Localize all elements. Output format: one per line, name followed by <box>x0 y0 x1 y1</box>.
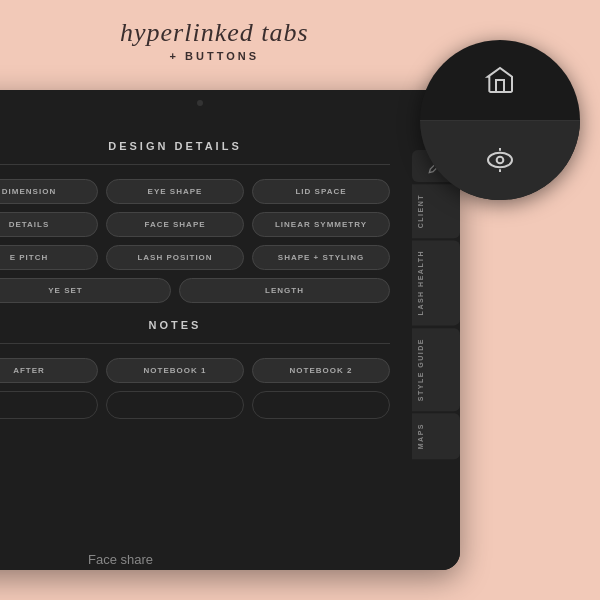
magnify-circle <box>420 40 580 200</box>
title-handwritten: hyperlinked tabs <box>120 18 309 48</box>
btn-lid-space[interactable]: LID SPACE <box>252 179 390 204</box>
side-tab-client[interactable]: CLIENT <box>412 184 460 238</box>
btn-after[interactable]: AFTER <box>0 358 98 383</box>
divider-1 <box>0 164 390 165</box>
button-row-3: E PITCH LASH POSITION SHAPE + STYLING <box>0 245 390 270</box>
title-subtitle: + BUTTONS <box>120 50 309 62</box>
btn-shape-styling[interactable]: SHAPE + STYLING <box>252 245 390 270</box>
button-row-4: YE SET LENGTH <box>0 278 390 303</box>
btn-eye-shape[interactable]: EYE SHAPE <box>106 179 244 204</box>
svg-point-0 <box>488 153 512 168</box>
notes-row-1: AFTER NOTEBOOK 1 NOTEBOOK 2 <box>0 358 390 383</box>
content-area: DESIGN DETAILS DIMENSION EYE SHAPE LID S… <box>0 120 410 570</box>
btn-notebook1[interactable]: NOTEBOOK 1 <box>106 358 244 383</box>
side-tab-maps[interactable]: MAPS <box>412 413 460 459</box>
tablet-screen: DESIGN DETAILS DIMENSION EYE SHAPE LID S… <box>0 90 460 570</box>
svg-point-1 <box>497 157 504 164</box>
title-area: hyperlinked tabs + BUTTONS <box>120 18 309 62</box>
btn-linear-symmetry[interactable]: LINEAR SYMMETRY <box>252 212 390 237</box>
design-details-title: DESIGN DETAILS <box>0 140 390 152</box>
button-row-1: DIMENSION EYE SHAPE LID SPACE <box>0 179 390 204</box>
divider-2 <box>0 343 390 344</box>
notes-row-2 <box>0 391 390 419</box>
button-row-2: DETAILS FACE SHAPE LINEAR SYMMETRY <box>0 212 390 237</box>
camera-dot <box>197 100 203 106</box>
home-icon <box>484 64 516 96</box>
side-tab-lash-health[interactable]: LASH HEALTH <box>412 240 460 325</box>
notes-empty-2[interactable] <box>106 391 244 419</box>
tablet: DESIGN DETAILS DIMENSION EYE SHAPE LID S… <box>0 90 460 570</box>
eye-icon <box>484 144 516 176</box>
face-share-label: Face share <box>88 550 153 568</box>
btn-lash-position[interactable]: LASH POSITION <box>106 245 244 270</box>
notes-empty-3[interactable] <box>252 391 390 419</box>
notes-section: NOTES AFTER NOTEBOOK 1 NOTEBOOK 2 <box>0 319 390 419</box>
notes-title: NOTES <box>0 319 390 331</box>
btn-face-shape[interactable]: FACE SHAPE <box>106 212 244 237</box>
btn-notebook2[interactable]: NOTEBOOK 2 <box>252 358 390 383</box>
btn-length[interactable]: LENGTH <box>179 278 390 303</box>
side-tab-style-guide[interactable]: STYLE GUIDE <box>412 328 460 411</box>
btn-ye-set[interactable]: YE SET <box>0 278 171 303</box>
side-tabs: CLIENT LASH HEALTH STYLE GUIDE MAPS <box>412 150 460 459</box>
btn-details[interactable]: DETAILS <box>0 212 98 237</box>
btn-pitch[interactable]: E PITCH <box>0 245 98 270</box>
notes-empty-1[interactable] <box>0 391 98 419</box>
btn-dimension[interactable]: DIMENSION <box>0 179 98 204</box>
